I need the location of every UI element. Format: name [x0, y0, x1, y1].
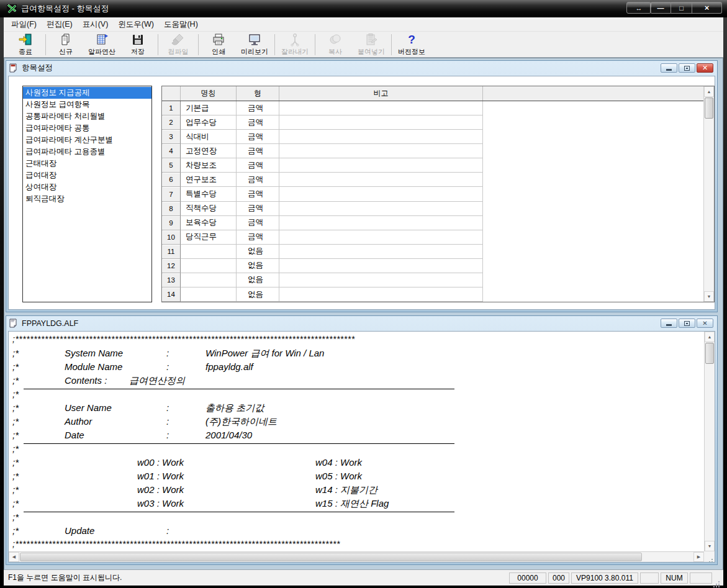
type-cell[interactable]: 금액 [237, 230, 279, 245]
note-cell[interactable] [279, 101, 483, 115]
child-restore-button[interactable] [679, 63, 695, 73]
note-cell[interactable] [279, 273, 483, 287]
name-cell[interactable]: 당직근무 [181, 230, 237, 245]
name-cell[interactable]: 차량보조 [181, 158, 237, 173]
list-item[interactable]: 사원정보 급여항목 [23, 99, 151, 111]
resize-arrows-button[interactable]: ↔ [626, 2, 651, 14]
scroll-thumb[interactable] [705, 97, 713, 119]
scroll-down-icon[interactable]: ▼ [705, 541, 715, 551]
scroll-thumb[interactable] [20, 553, 642, 561]
grid-vertical-scrollbar[interactable]: ▲ ▼ [703, 86, 714, 302]
note-cell[interactable] [279, 115, 483, 130]
app-body: 파일(F)편집(E)표시(V)윈도우(W)도움말(H) 종료신규알파연산저장컴파… [4, 17, 723, 586]
name-cell[interactable] [181, 245, 237, 259]
child-close-button[interactable]: ✕ [697, 319, 713, 328]
name-cell[interactable]: 고정연장 [181, 144, 237, 158]
type-cell[interactable]: 금액 [237, 101, 279, 115]
child-restore-button[interactable] [679, 319, 695, 328]
name-cell[interactable]: 식대비 [181, 130, 237, 144]
note-cell[interactable] [279, 158, 483, 173]
menu-item-2[interactable]: 표시(V) [78, 17, 114, 32]
note-cell[interactable] [279, 287, 483, 302]
toolbar-button-version[interactable]: ?버전정보 [394, 32, 430, 57]
alf-horizontal-scrollbar[interactable]: ◀ ▶ [9, 551, 704, 562]
comment-prefix: ;* [12, 348, 19, 358]
item-settings-titlebar[interactable]: 항목설정 ✕ [6, 61, 717, 75]
alf-text-pane[interactable]: ;***************************************… [10, 333, 703, 551]
type-cell[interactable]: 금액 [237, 216, 279, 230]
toolbar-button-preview[interactable]: 미리보기 [237, 32, 273, 57]
menu-item-4[interactable]: 도움말(H) [159, 17, 203, 32]
child-close-button[interactable]: ✕ [697, 63, 713, 73]
scroll-thumb[interactable] [705, 343, 714, 364]
list-item[interactable]: 사원정보 지급공제 [23, 87, 151, 99]
list-item[interactable]: 근태대장 [23, 158, 151, 170]
row-number-cell: 6 [162, 173, 181, 187]
note-cell[interactable] [279, 259, 483, 273]
maximize-button[interactable]: □ [671, 2, 692, 14]
note-cell[interactable] [279, 230, 483, 245]
note-cell[interactable] [279, 216, 483, 230]
toolbar-button-exit[interactable]: 종료 [7, 32, 43, 57]
menu-item-3[interactable]: 윈도우(W) [113, 17, 159, 32]
note-cell[interactable] [279, 130, 483, 144]
alf-vertical-scrollbar[interactable]: ▲ ▼ [704, 332, 715, 551]
type-cell[interactable]: 없음 [237, 287, 279, 302]
name-cell[interactable]: 업무수당 [181, 115, 237, 130]
list-item[interactable]: 급여파라메타 고용종별 [23, 146, 151, 158]
type-cell[interactable]: 금액 [237, 202, 279, 216]
toolbar-button-alpha-calc[interactable]: 알파연산 [84, 32, 120, 57]
size-grip-icon[interactable] [712, 575, 720, 582]
name-cell[interactable]: 연구보조 [181, 173, 237, 187]
toolbar-button-save[interactable]: 저장 [120, 32, 156, 57]
list-item[interactable]: 급여대장 [23, 170, 151, 181]
list-item[interactable]: 상여대장 [23, 181, 151, 193]
type-cell[interactable]: 없음 [237, 273, 279, 287]
name-cell[interactable]: 보육수당 [181, 216, 237, 230]
name-cell[interactable]: 직책수당 [181, 202, 237, 216]
list-item[interactable]: 공통파라메타 처리월별 [23, 111, 151, 122]
type-cell[interactable]: 없음 [237, 259, 279, 273]
list-item[interactable]: 급여파라메타 공통 [23, 122, 151, 134]
scroll-left-icon[interactable]: ◀ [9, 552, 19, 562]
name-cell[interactable]: 특별수당 [181, 187, 237, 201]
alf-content: ;***************************************… [8, 331, 715, 563]
note-cell[interactable] [279, 144, 483, 158]
category-listbox[interactable]: 사원정보 지급공제사원정보 급여항목공통파라메타 처리월별급여파라메타 공통급여… [22, 86, 152, 302]
child-minimize-button[interactable] [661, 63, 677, 73]
scroll-down-icon[interactable]: ▼ [704, 291, 714, 302]
type-cell[interactable]: 없음 [237, 245, 279, 259]
type-cell[interactable]: 금액 [237, 173, 279, 187]
note-cell[interactable] [279, 173, 483, 187]
type-cell[interactable]: 금액 [237, 144, 279, 158]
type-cell[interactable]: 금액 [237, 187, 279, 201]
alf-titlebar[interactable]: FPPAYLDG.ALF ✕ [6, 316, 717, 330]
list-item[interactable]: 퇴직금대장 [23, 193, 151, 205]
title-bar: 급여항목설정 - 항목설정 ↔ — □ × [0, 0, 727, 17]
menu-item-0[interactable]: 파일(F) [6, 17, 42, 32]
scroll-up-icon[interactable]: ▲ [705, 332, 715, 342]
note-cell[interactable] [279, 245, 483, 259]
note-cell[interactable] [279, 187, 483, 201]
toolbar-button-print[interactable]: 인쇄 [201, 32, 237, 57]
list-item[interactable]: 급여파라메타 계산구분별 [23, 134, 151, 146]
menu-item-1[interactable]: 편집(E) [42, 17, 78, 32]
name-cell[interactable]: 기본급 [181, 101, 237, 115]
row-number-cell: 13 [162, 273, 181, 287]
close-button[interactable]: × [692, 2, 722, 14]
name-cell[interactable] [181, 259, 237, 273]
type-cell[interactable]: 금액 [237, 158, 279, 173]
toolbar-separator [274, 34, 275, 55]
child-minimize-button[interactable] [661, 319, 677, 328]
scroll-right-icon[interactable]: ▶ [693, 552, 704, 562]
table-row: 10당직근무금액 [162, 230, 703, 245]
note-cell[interactable] [279, 202, 483, 216]
type-cell[interactable]: 금액 [237, 130, 279, 144]
minimize-button[interactable]: — [650, 2, 671, 14]
size-grip[interactable] [704, 551, 715, 562]
name-cell[interactable] [181, 287, 237, 302]
name-cell[interactable] [181, 273, 237, 287]
toolbar-button-new-doc[interactable]: 신규 [48, 32, 84, 57]
type-cell[interactable]: 금액 [237, 115, 279, 130]
scroll-up-icon[interactable]: ▲ [704, 86, 714, 97]
